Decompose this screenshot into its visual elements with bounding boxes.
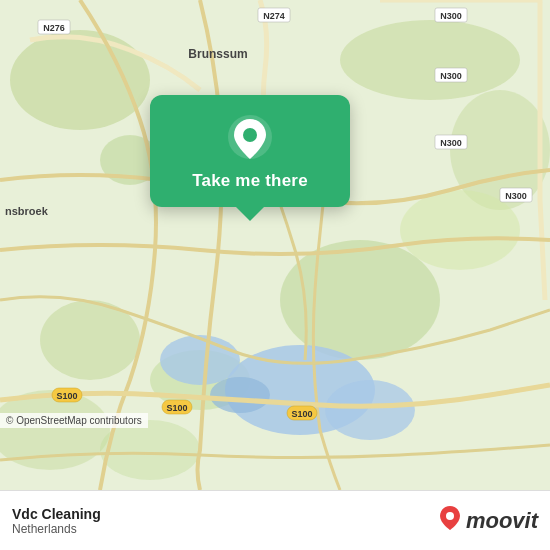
moovit-logo: moovit <box>438 504 538 537</box>
location-pin-icon <box>226 113 274 161</box>
take-me-there-button[interactable]: Take me there <box>192 171 308 191</box>
svg-text:S100: S100 <box>291 409 312 419</box>
svg-point-13 <box>325 380 415 440</box>
location-name: Vdc Cleaning <box>12 506 101 522</box>
attribution-text: © OpenStreetMap contributors <box>6 415 142 426</box>
svg-text:nsbroek: nsbroek <box>5 205 49 217</box>
svg-text:N300: N300 <box>440 71 462 81</box>
moovit-pin-icon <box>438 504 462 537</box>
svg-point-36 <box>243 128 257 142</box>
footer-info: Vdc Cleaning Netherlands <box>12 506 101 536</box>
svg-point-37 <box>446 512 454 520</box>
svg-point-2 <box>340 20 520 100</box>
svg-text:S100: S100 <box>56 391 77 401</box>
svg-point-12 <box>160 335 240 385</box>
svg-point-1 <box>10 30 150 130</box>
svg-text:N300: N300 <box>505 191 527 201</box>
take-me-there-popup[interactable]: Take me there <box>150 95 350 207</box>
svg-text:N276: N276 <box>43 23 65 33</box>
svg-text:N274: N274 <box>263 11 285 21</box>
svg-text:Brunssum: Brunssum <box>188 47 247 61</box>
svg-point-14 <box>210 377 270 413</box>
svg-text:N300: N300 <box>440 11 462 21</box>
svg-text:N300: N300 <box>440 138 462 148</box>
location-country: Netherlands <box>12 522 101 536</box>
footer-bar: Vdc Cleaning Netherlands moovit <box>0 490 550 550</box>
osm-attribution: © OpenStreetMap contributors <box>0 413 148 428</box>
map-area[interactable]: N276 N274 N300 N300 N300 N300 S100 S100 … <box>0 0 550 490</box>
moovit-brand-text: moovit <box>466 508 538 534</box>
svg-text:S100: S100 <box>166 403 187 413</box>
